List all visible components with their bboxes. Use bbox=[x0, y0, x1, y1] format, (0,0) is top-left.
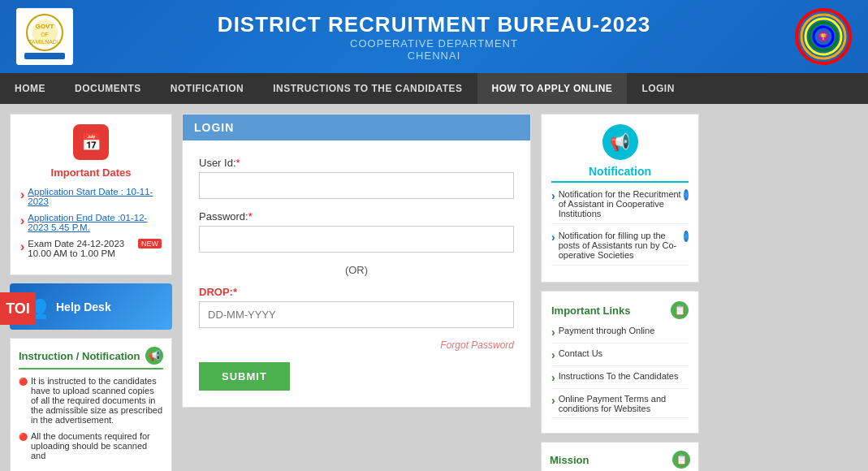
instruction-title: Instruction / Notification 📢 bbox=[19, 347, 163, 369]
drop-group: DROP:* bbox=[199, 286, 514, 328]
date-item-2[interactable]: Application End Date :01-12-2023 5.45 P.… bbox=[20, 213, 162, 232]
nav-home[interactable]: HOME bbox=[0, 73, 60, 104]
main-content: 📅 Important Dates Application Start Date… bbox=[0, 104, 868, 471]
link-item-4[interactable]: Online Payment Terms and conditions for … bbox=[551, 394, 689, 418]
mission-icon: 📋 bbox=[672, 451, 690, 469]
svg-text:OF: OF bbox=[41, 32, 49, 37]
login-body: User Id:* Password:* (OR) DROP:* bbox=[183, 140, 530, 407]
navbar: HOME DOCUMENTS NOTIFICATION INSTRUCTIONS… bbox=[0, 73, 868, 104]
svg-text:🏆: 🏆 bbox=[819, 32, 827, 41]
nav-login[interactable]: LOGIN bbox=[627, 73, 689, 104]
instruction-item-2: All the documents required for uploading… bbox=[19, 431, 163, 460]
notification-icon: 📢 bbox=[602, 124, 638, 160]
link-item-1[interactable]: Payment through Online bbox=[551, 326, 689, 344]
links-icon: 📋 bbox=[671, 301, 689, 319]
globe-icon-2 bbox=[684, 231, 689, 242]
forgot-password-link[interactable]: Forgot Password bbox=[199, 339, 514, 351]
mission-title: Mission 📋 bbox=[550, 451, 690, 469]
link-item-2[interactable]: Contact Us bbox=[551, 348, 689, 366]
nav-instructions[interactable]: INSTRUCTIONS TO THE CANDIDATES bbox=[258, 73, 477, 104]
password-label: Password:* bbox=[199, 210, 514, 223]
instruction-icon: 📢 bbox=[145, 347, 163, 365]
toi-badge[interactable]: TOI bbox=[0, 292, 36, 325]
important-dates-box: 📅 Important Dates Application Start Date… bbox=[10, 114, 172, 275]
svg-text:TAMILNADU: TAMILNADU bbox=[28, 39, 61, 45]
svg-text:GOVT: GOVT bbox=[36, 23, 54, 30]
notification-box: 📢 Notification Notification for the Recu… bbox=[541, 114, 699, 283]
nav-documents[interactable]: DOCUMENTS bbox=[60, 73, 156, 104]
subtitle1: COOPERATIVE DEPARTMENT bbox=[73, 37, 795, 50]
nav-how-to-apply[interactable]: HOW TO APPLY ONLINE bbox=[477, 73, 628, 104]
important-dates-title: Important Dates bbox=[20, 166, 162, 179]
userid-input[interactable] bbox=[199, 172, 514, 199]
header: GOVT OF TAMILNADU DISTRICT RECRUITMENT B… bbox=[0, 0, 868, 73]
calendar-icon: 📅 bbox=[73, 124, 109, 160]
password-group: Password:* bbox=[199, 210, 514, 253]
subtitle2: CHENNAI bbox=[73, 50, 795, 62]
date-item-3[interactable]: Exam Date 24-12-2023 10.00 AM to 1.00 PM… bbox=[20, 239, 162, 258]
main-title: DISTRICT RECRUITMENT BUREAU-2023 bbox=[73, 12, 795, 37]
right-sidebar: 📢 Notification Notification for the Recu… bbox=[541, 114, 699, 471]
login-header: LOGIN bbox=[183, 115, 530, 140]
drop-label: DROP:* bbox=[199, 286, 514, 298]
globe-icon-1 bbox=[684, 189, 689, 201]
submit-button[interactable]: SUBMIT bbox=[199, 362, 290, 391]
mission-box: Mission 📋 bbox=[541, 442, 699, 471]
notification-item-1[interactable]: Notification for the Recuritment of Assi… bbox=[551, 189, 689, 224]
nav-notification[interactable]: NOTIFICATION bbox=[156, 73, 258, 104]
helpdesk-label: Help Desk bbox=[56, 300, 111, 313]
date-item-1[interactable]: Application Start Date : 10-11-2023 bbox=[20, 187, 162, 206]
instruction-box: Instruction / Notification 📢 It is instr… bbox=[10, 338, 172, 471]
userid-group: User Id:* bbox=[199, 157, 514, 199]
notification-title: Notification bbox=[551, 165, 689, 183]
notification-item-2[interactable]: Notification for filling up the posts of… bbox=[551, 231, 689, 266]
important-links-title: Important Links 📋 bbox=[551, 301, 689, 319]
drop-input[interactable] bbox=[199, 301, 514, 328]
emblem: 🏆 bbox=[795, 8, 852, 65]
new-badge: NEW bbox=[138, 239, 162, 248]
or-divider: (OR) bbox=[199, 264, 514, 276]
link-item-3[interactable]: Instructions To the Candidates bbox=[551, 371, 689, 389]
site-logo: GOVT OF TAMILNADU bbox=[16, 8, 73, 65]
instruction-item-1: It is instructed to the candidates have … bbox=[19, 376, 163, 425]
login-box: LOGIN User Id:* Password:* (OR) bbox=[182, 114, 531, 408]
center-content: LOGIN User Id:* Password:* (OR) bbox=[182, 114, 531, 471]
important-links-box: Important Links 📋 Payment through Online… bbox=[541, 291, 699, 434]
svg-rect-6 bbox=[24, 53, 65, 59]
header-title-block: DISTRICT RECRUITMENT BUREAU-2023 COOPERA… bbox=[73, 12, 795, 62]
password-input[interactable] bbox=[199, 226, 514, 253]
userid-label: User Id:* bbox=[199, 157, 514, 169]
